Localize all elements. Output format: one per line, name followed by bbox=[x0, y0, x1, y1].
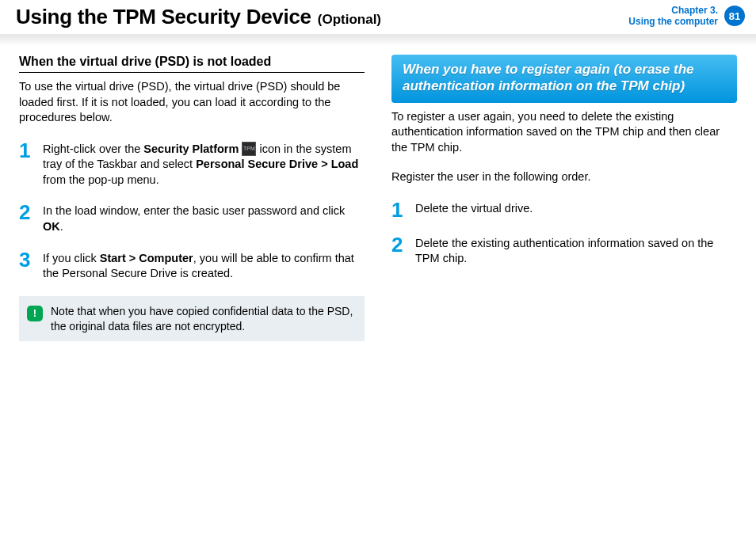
step-number: 1 bbox=[19, 140, 33, 188]
steps-list: 1 Delete the virtual drive. 2 Delete the… bbox=[391, 200, 737, 267]
page-header: Using the TPM Security Device (Optional)… bbox=[0, 0, 756, 29]
note-box: ! Note that when you have copied confide… bbox=[19, 296, 365, 342]
step-number: 2 bbox=[19, 202, 33, 234]
step-text: Delete the existing authentication infor… bbox=[415, 234, 737, 267]
page-title: Using the TPM Security Device bbox=[16, 5, 311, 29]
steps-list: 1 Right-click over the Security Platform… bbox=[19, 140, 365, 282]
intro-text: To use the virtual drive (PSD), the virt… bbox=[19, 79, 365, 126]
title-wrap: Using the TPM Security Device (Optional) bbox=[16, 5, 381, 29]
step-item: 3 If you click Start > Computer, you wil… bbox=[19, 249, 365, 282]
alert-icon: ! bbox=[27, 306, 43, 321]
step-number: 3 bbox=[19, 249, 33, 282]
note-text: Note that when you have copied confident… bbox=[51, 304, 355, 334]
right-column: When you have to register again (to eras… bbox=[391, 55, 737, 341]
step-item: 1 Right-click over the Security Platform… bbox=[19, 140, 365, 188]
step-number: 1 bbox=[391, 200, 406, 220]
left-column: When the virtual drive (PSD) is not load… bbox=[19, 55, 365, 341]
page-number: 81 bbox=[729, 10, 740, 22]
section-heading: When the virtual drive (PSD) is not load… bbox=[19, 55, 365, 73]
chapter-line2: Using the computer bbox=[628, 16, 718, 27]
page-subtitle: (Optional) bbox=[318, 12, 381, 28]
page-number-badge: 81 bbox=[724, 6, 745, 26]
step-text: Delete the virtual drive. bbox=[415, 200, 737, 220]
header-divider bbox=[0, 34, 756, 45]
content-columns: When the virtual drive (PSD) is not load… bbox=[0, 45, 756, 341]
step-item: 2 Delete the existing authentication inf… bbox=[391, 234, 737, 267]
step-text: In the load window, enter the basic user… bbox=[43, 202, 365, 234]
step-item: 2 In the load window, enter the basic us… bbox=[19, 202, 365, 234]
tpm-tray-icon: TPM bbox=[242, 142, 256, 156]
intro-text: To register a user again, you need to de… bbox=[391, 109, 737, 156]
step-text: Right-click over the Security Platform T… bbox=[43, 140, 365, 188]
step-item: 1 Delete the virtual drive. bbox=[391, 200, 737, 220]
order-text: Register the user in the following order… bbox=[391, 169, 737, 185]
header-right: Chapter 3. Using the computer 81 bbox=[628, 5, 745, 28]
chapter-label: Chapter 3. Using the computer bbox=[628, 5, 718, 28]
callout-heading: When you have to register again (to eras… bbox=[391, 55, 737, 103]
chapter-line1: Chapter 3. bbox=[628, 5, 718, 16]
step-number: 2 bbox=[391, 234, 406, 267]
step-text: If you click Start > Computer, you will … bbox=[43, 249, 365, 282]
